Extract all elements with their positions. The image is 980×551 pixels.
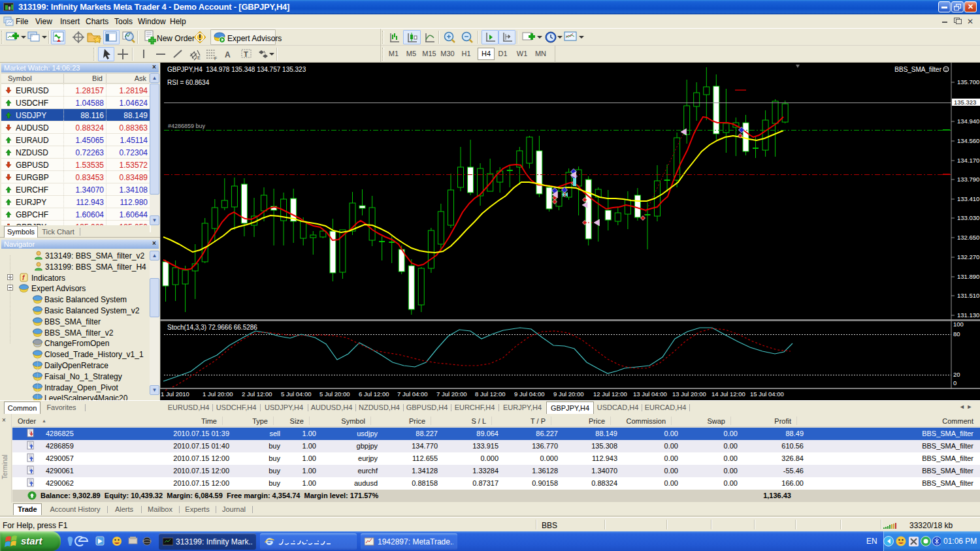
svg-text:9 Jul 04:00: 9 Jul 04:00 <box>514 390 544 398</box>
svg-text:1 Jul 2010: 1 Jul 2010 <box>161 390 189 398</box>
svg-text:F: F <box>214 56 217 61</box>
svg-text:6 Jul 12:00: 6 Jul 12:00 <box>359 390 389 398</box>
svg-text:133.790: 133.790 <box>957 176 979 183</box>
svg-text:Stoch(14,3,3) 72.9666 66.5286: Stoch(14,3,3) 72.9666 66.5286 <box>167 324 257 331</box>
svg-text:1 Jul 20:00: 1 Jul 20:00 <box>203 390 233 398</box>
svg-text:13 Jul 20:00: 13 Jul 20:00 <box>672 390 706 398</box>
svg-text:BBS_SMA_filter: BBS_SMA_filter <box>894 66 941 73</box>
svg-text:134.560: 134.560 <box>957 137 979 144</box>
svg-text:0: 0 <box>953 379 956 386</box>
svg-text:135.700: 135.700 <box>957 78 979 86</box>
svg-text:134.170: 134.170 <box>957 157 979 164</box>
svg-text:#4286859 buy: #4286859 buy <box>168 123 206 129</box>
svg-text:131.890: 131.890 <box>957 273 979 280</box>
svg-text:13 Jul 04:00: 13 Jul 04:00 <box>633 390 667 398</box>
svg-text:132.270: 132.270 <box>957 253 979 260</box>
svg-text:133.030: 133.030 <box>957 214 979 221</box>
svg-text:12 Jul 12:00: 12 Jul 12:00 <box>593 390 627 398</box>
svg-text:5 Jul 04:00: 5 Jul 04:00 <box>281 390 311 398</box>
svg-text:133.410: 133.410 <box>957 195 979 202</box>
svg-text:7 Jul 04:00: 7 Jul 04:00 <box>397 390 427 398</box>
svg-text:80: 80 <box>953 330 960 338</box>
svg-text:135.323: 135.323 <box>954 99 976 106</box>
svg-text:E: E <box>197 55 201 60</box>
svg-text:14 Jul 12:00: 14 Jul 12:00 <box>711 390 745 398</box>
svg-text:T: T <box>244 50 248 58</box>
svg-text:131.510: 131.510 <box>957 292 979 299</box>
svg-text:RSI = 60.8634: RSI = 60.8634 <box>167 79 210 86</box>
svg-text:132.650: 132.650 <box>957 234 979 241</box>
svg-text:7 Jul 20:00: 7 Jul 20:00 <box>436 390 466 398</box>
svg-text:15 Jul 04:00: 15 Jul 04:00 <box>750 390 784 398</box>
svg-text:8 Jul 12:00: 8 Jul 12:00 <box>475 390 505 398</box>
svg-text:134.940: 134.940 <box>957 118 979 125</box>
svg-text:100: 100 <box>953 321 964 328</box>
svg-text:5 Jul 20:00: 5 Jul 20:00 <box>319 390 350 398</box>
svg-text:131.130: 131.130 <box>957 311 979 319</box>
svg-text:GBPJPY,H4 134.978 135.348 134: GBPJPY,H4 134.978 135.348 134.757 135.32… <box>167 66 306 73</box>
svg-text:9 Jul 20:00: 9 Jul 20:00 <box>553 390 583 398</box>
svg-text:2 Jul 12:00: 2 Jul 12:00 <box>242 390 272 398</box>
svg-text:20: 20 <box>953 371 960 378</box>
